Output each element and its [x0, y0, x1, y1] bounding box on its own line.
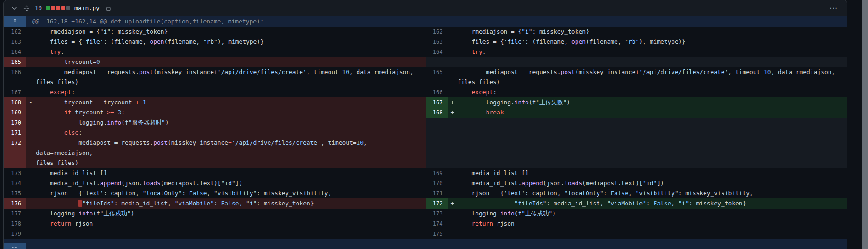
- diff-row: 169- if trycount >= 3:168+ break: [4, 108, 847, 118]
- expand-down-button[interactable]: [4, 243, 26, 249]
- line-number[interactable]: 172: [4, 138, 26, 168]
- diff-row: 167 except:166 except:: [4, 87, 847, 97]
- copy-path-button[interactable]: [104, 4, 112, 12]
- code-line: mediapost = requests.post(misskey_instan…: [26, 67, 426, 87]
- diff-row: 162 rmediajson = {"i": misskey_token}162…: [4, 27, 847, 37]
- line-number[interactable]: 163: [4, 37, 26, 47]
- diff-marker: -: [29, 198, 33, 209]
- line-number[interactable]: 167: [426, 97, 448, 108]
- line-number[interactable]: 168: [426, 108, 448, 118]
- file-header: 10 main.py ⋯: [4, 0, 847, 16]
- code-line: files = {'file': (filename, open(filenam…: [26, 37, 426, 47]
- code-line: logging.info(f"上传成功"): [448, 209, 847, 219]
- expand-up-button[interactable]: [4, 16, 26, 27]
- line-number[interactable]: 177: [4, 209, 26, 219]
- line-number[interactable]: 175: [426, 229, 448, 239]
- line-number[interactable]: 166: [426, 87, 448, 97]
- diff-row: 171- else:: [4, 128, 847, 138]
- line-number[interactable]: 175: [4, 188, 26, 198]
- code-line: [448, 138, 847, 168]
- code-line: [448, 118, 847, 128]
- line-number[interactable]: 173: [426, 209, 448, 219]
- diffstat-square: [66, 6, 70, 10]
- code-line: files = {'file': (filename, open(filenam…: [448, 37, 847, 47]
- diff-marker: +: [451, 108, 454, 118]
- file-options-button[interactable]: ⋯: [827, 5, 840, 11]
- diff-marker: -: [29, 57, 33, 67]
- code-line: media_id_list.append(json.loads(mediapos…: [448, 178, 847, 188]
- line-number[interactable]: 178: [4, 219, 26, 229]
- line-number[interactable]: 162: [4, 27, 26, 37]
- vertical-scrollbar-thumb[interactable]: [862, 0, 868, 249]
- diff-marker: -: [29, 118, 33, 128]
- hunk-header-row: @@ -162,18 +162,14 @@ def uploadfile(cap…: [4, 16, 847, 27]
- diff-row: 165- trycount=0: [4, 57, 847, 67]
- code-line: - trycount=0: [26, 57, 426, 67]
- code-line: rmediajson = {"i": misskey_token}: [26, 27, 426, 37]
- diffstat-square: [51, 6, 55, 10]
- line-number[interactable]: 165: [4, 57, 26, 67]
- file-name[interactable]: main.py: [74, 5, 100, 11]
- line-number: [426, 128, 448, 138]
- code-line: - mediapost = requests.post(misskey_inst…: [26, 138, 426, 168]
- line-number[interactable]: 168: [4, 97, 26, 108]
- line-number[interactable]: 164: [426, 47, 448, 57]
- diff-row: 164 try:164 try:: [4, 47, 847, 57]
- code-line: - "fileIds": media_id_list, "viaMobile":…: [26, 198, 426, 209]
- line-number[interactable]: 173: [4, 168, 26, 178]
- line-number[interactable]: 174: [4, 178, 26, 188]
- diff-row: 179175: [4, 229, 847, 239]
- diff-row: 177 logging.info(f"上传成功")173 logging.inf…: [4, 209, 847, 219]
- diff-file-panel: 10 main.py ⋯ @@ -162,18 +162,14 @@ def u…: [3, 0, 847, 249]
- expand-bottom-row: [4, 239, 847, 249]
- diffstat: [46, 6, 70, 10]
- line-number: [426, 138, 448, 168]
- line-number[interactable]: 169: [426, 168, 448, 178]
- copy-icon: [105, 5, 111, 11]
- unfold-down-icon: [12, 246, 18, 249]
- code-line: [26, 229, 426, 239]
- diff-row: 170- logging.info(f"服务器超时"): [4, 118, 847, 128]
- code-line: - trycount = trycount + 1: [26, 97, 426, 108]
- diff-row: 173 media_id_list=[]169 media_id_list=[]: [4, 168, 847, 178]
- chevron-down-icon: [11, 5, 17, 11]
- diff-marker: -: [29, 108, 33, 118]
- line-number: [426, 118, 448, 128]
- diffstat-square: [56, 6, 60, 10]
- line-number[interactable]: 172: [426, 198, 448, 209]
- code-line: - else:: [26, 128, 426, 138]
- line-number[interactable]: 164: [4, 47, 26, 57]
- expand-all-button[interactable]: [22, 4, 31, 12]
- line-number[interactable]: 166: [4, 67, 26, 87]
- code-line: except:: [26, 87, 426, 97]
- code-line: - if trycount >= 3:: [26, 108, 426, 118]
- code-line: + logging.info(f"上传失败"): [448, 97, 847, 108]
- line-number[interactable]: 169: [4, 108, 26, 118]
- line-number[interactable]: 179: [4, 229, 26, 239]
- code-line: - logging.info(f"服务器超时"): [26, 118, 426, 128]
- line-number[interactable]: 170: [426, 178, 448, 188]
- line-number: [426, 57, 448, 67]
- collapse-file-button[interactable]: [10, 4, 18, 12]
- diff-marker: -: [29, 138, 33, 148]
- diff-row: 168- trycount = trycount + 1167+ logging…: [4, 97, 847, 108]
- line-number[interactable]: 171: [426, 188, 448, 198]
- line-number[interactable]: 167: [4, 87, 26, 97]
- line-number[interactable]: 162: [426, 27, 448, 37]
- diffstat-square: [46, 6, 50, 10]
- line-number[interactable]: 171: [4, 128, 26, 138]
- line-number[interactable]: 165: [426, 67, 448, 87]
- diff-row: 172- mediapost = requests.post(misskey_i…: [4, 138, 847, 168]
- changes-count: 10: [35, 5, 42, 11]
- diff-row: 163 files = {'file': (filename, open(fil…: [4, 37, 847, 47]
- code-line: mediapost = requests.post(misskey_instan…: [448, 67, 847, 87]
- diff-marker: +: [451, 97, 454, 108]
- line-number[interactable]: 174: [426, 219, 448, 229]
- line-number[interactable]: 163: [426, 37, 448, 47]
- code-line: return rjson: [448, 219, 847, 229]
- code-line: + break: [448, 108, 847, 118]
- line-number[interactable]: 170: [4, 118, 26, 128]
- diff-row: 178 return rjson174 return rjson: [4, 219, 847, 229]
- diff-marker: -: [29, 128, 33, 138]
- line-number[interactable]: 176: [4, 198, 26, 209]
